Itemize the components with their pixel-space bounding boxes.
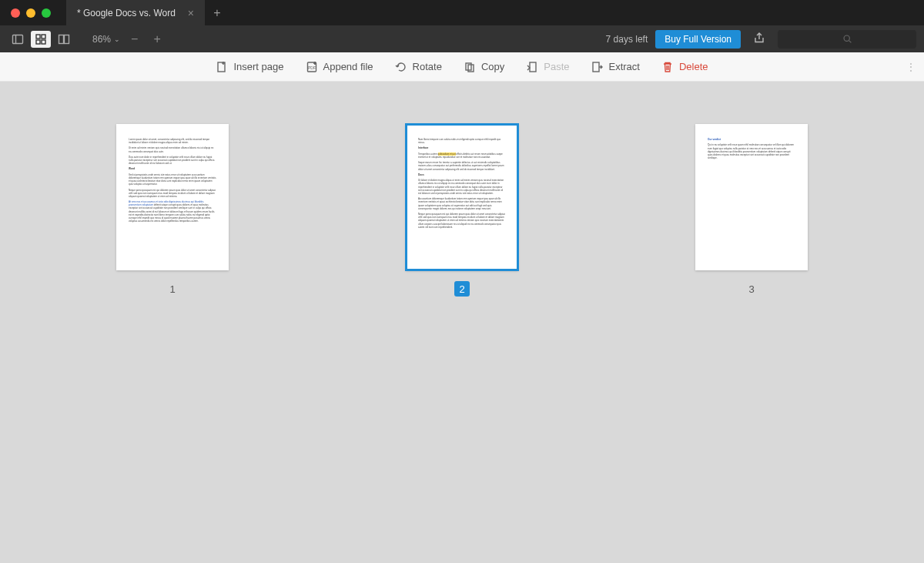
sidebar-icon [12, 33, 24, 45]
search-icon [842, 34, 852, 44]
paste-button[interactable]: Paste [526, 61, 569, 73]
zoom-level-dropdown[interactable]: 86% ⌄ [92, 34, 120, 45]
extract-button[interactable]: Extract [591, 61, 639, 73]
new-tab-button[interactable]: + [205, 0, 229, 25]
svg-rect-19 [530, 62, 536, 72]
page-thumbnail-2-wrap: Nam libero tempore cum soluta nobis est … [406, 124, 518, 563]
tabs: * Google Docs vs. Word × + [66, 0, 229, 25]
toolbar: 86% ⌄ − + 7 days left Buy Full Version [0, 25, 924, 52]
titlebar: * Google Docs vs. Word × + [0, 0, 924, 25]
tab-title: * Google Docs vs. Word [77, 8, 176, 18]
svg-rect-5 [42, 40, 45, 44]
insert-page-button[interactable]: Insert page [216, 61, 283, 73]
page-2-preview-text: Nam libero tempore cum soluta nobis est … [418, 138, 506, 229]
page-thumbnail-1-wrap: Lorem ipsum dolor sit amet, consectetur … [116, 124, 229, 563]
paste-icon [526, 61, 538, 73]
paste-label: Paste [544, 61, 569, 72]
svg-point-8 [844, 35, 849, 41]
extract-label: Extract [608, 61, 639, 72]
tab-document[interactable]: * Google Docs vs. Word × [66, 0, 205, 25]
copy-button[interactable]: Copy [464, 61, 504, 73]
svg-line-9 [849, 41, 851, 43]
page-thumbnail-3-wrap: Our verdict Qui in ea voluptate velit es… [695, 124, 808, 563]
view-mode-group [8, 31, 74, 48]
sidebar-view-button[interactable] [8, 31, 28, 48]
svg-rect-6 [59, 35, 64, 43]
svg-rect-20 [593, 62, 599, 72]
extract-icon [591, 61, 603, 73]
delete-button[interactable]: Delete [661, 61, 708, 73]
page-thumbnail-1[interactable]: Lorem ipsum dolor sit amet, consectetur … [116, 124, 229, 270]
minimize-window-button[interactable] [26, 8, 35, 18]
page-number-1[interactable]: 1 [165, 281, 180, 297]
rotate-icon [395, 61, 407, 73]
two-page-icon [58, 33, 70, 45]
chevron-down-icon: ⌄ [114, 35, 120, 43]
zoom-out-button[interactable]: − [126, 32, 142, 46]
toolbar-right: 7 days left Buy Full Version [606, 30, 916, 49]
copy-icon [464, 61, 476, 73]
append-file-icon: PDF [306, 61, 318, 73]
two-page-view-button[interactable] [54, 31, 74, 48]
rotate-label: Rotate [413, 61, 442, 72]
append-file-button[interactable]: PDF Append file [306, 61, 373, 73]
close-window-button[interactable] [11, 8, 20, 18]
insert-page-label: Insert page [233, 61, 283, 72]
rotate-button[interactable]: Rotate [395, 61, 442, 73]
actionbar-drag-handle[interactable]: ⋮ [906, 61, 916, 73]
window-controls [0, 8, 51, 18]
svg-rect-4 [36, 40, 40, 44]
search-input[interactable] [778, 30, 916, 49]
append-file-label: Append file [323, 61, 373, 72]
share-icon [753, 32, 765, 44]
zoom-in-button[interactable]: + [149, 32, 165, 46]
page-number-3[interactable]: 3 [744, 281, 759, 297]
close-tab-icon[interactable]: × [188, 8, 194, 18]
share-button[interactable] [748, 32, 770, 47]
zoom-controls: 86% ⌄ − + [92, 32, 166, 46]
delete-label: Delete [679, 61, 708, 72]
insert-page-icon [216, 61, 228, 73]
page-thumbnail-2[interactable]: Nam libero tempore cum soluta nobis est … [406, 124, 518, 270]
svg-rect-2 [36, 35, 40, 39]
buy-full-version-button[interactable]: Buy Full Version [655, 30, 741, 49]
page-number-2[interactable]: 2 [454, 281, 470, 297]
page-thumbnail-3[interactable]: Our verdict Qui in ea voluptate velit es… [695, 124, 808, 270]
svg-rect-7 [65, 35, 69, 43]
trial-days-label: 7 days left [606, 34, 648, 45]
thumbnails-area: Lorem ipsum dolor sit amet, consectetur … [0, 82, 924, 563]
actionbar: Insert page PDF Append file Rotate Copy … [0, 52, 924, 82]
svg-rect-0 [13, 35, 23, 43]
thumbnails-view-button[interactable] [31, 31, 51, 48]
maximize-window-button[interactable] [42, 8, 51, 18]
page-1-preview-text: Lorem ipsum dolor sit amet, consectetur … [129, 138, 216, 223]
trash-icon [661, 61, 674, 73]
copy-label: Copy [481, 61, 504, 72]
page-3-preview-text: Our verdict Qui in ea voluptate velit es… [708, 138, 795, 159]
svg-rect-3 [42, 35, 45, 39]
svg-text:PDF: PDF [308, 65, 316, 70]
zoom-percent-label: 86% [92, 34, 111, 45]
grid-icon [35, 33, 47, 45]
